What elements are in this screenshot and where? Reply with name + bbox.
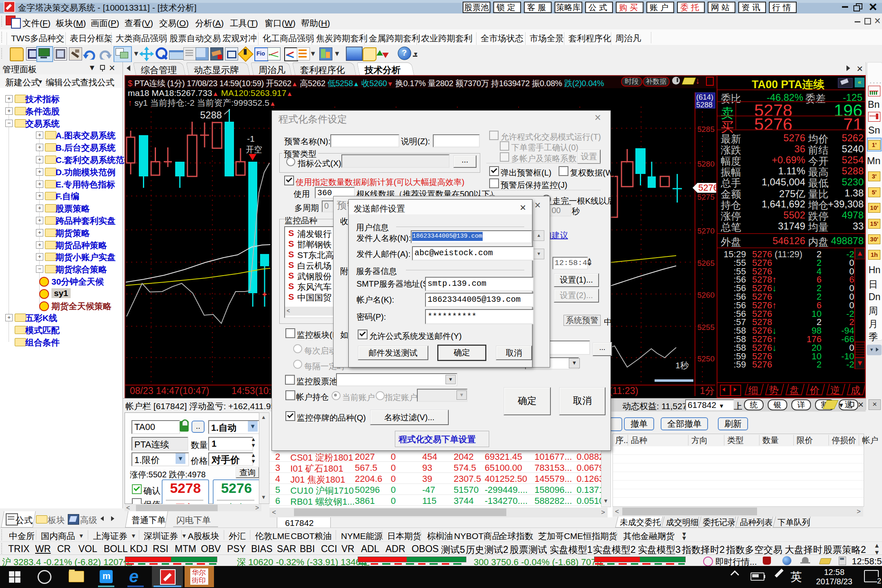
svg-text:(614): (614)	[696, 93, 713, 101]
svg-text:5285: 5285	[697, 125, 715, 134]
svg-text:5250: 5250	[697, 354, 715, 363]
svg-text:5276: 5276	[698, 183, 717, 193]
svg-text:-1: -1	[247, 134, 255, 143]
svg-text:5275: 5275	[697, 193, 715, 201]
svg-text:5288: 5288	[696, 101, 713, 109]
svg-text:08/23 14:47(10:47): 08/23 14:47(10:47)	[130, 385, 209, 396]
svg-text:5280: 5280	[697, 160, 715, 168]
svg-text:1分: 1分	[700, 385, 715, 396]
svg-text:5265: 5265	[697, 259, 715, 267]
svg-text:5270: 5270	[697, 227, 715, 235]
svg-text:开空: 开空	[246, 145, 262, 154]
svg-text:5260: 5260	[697, 291, 715, 299]
svg-text:(11:23): (11:23)	[609, 385, 638, 396]
svg-text:1秒: 1秒	[675, 361, 689, 370]
svg-text:5255: 5255	[697, 323, 715, 332]
svg-text:5288: 5288	[200, 109, 222, 120]
